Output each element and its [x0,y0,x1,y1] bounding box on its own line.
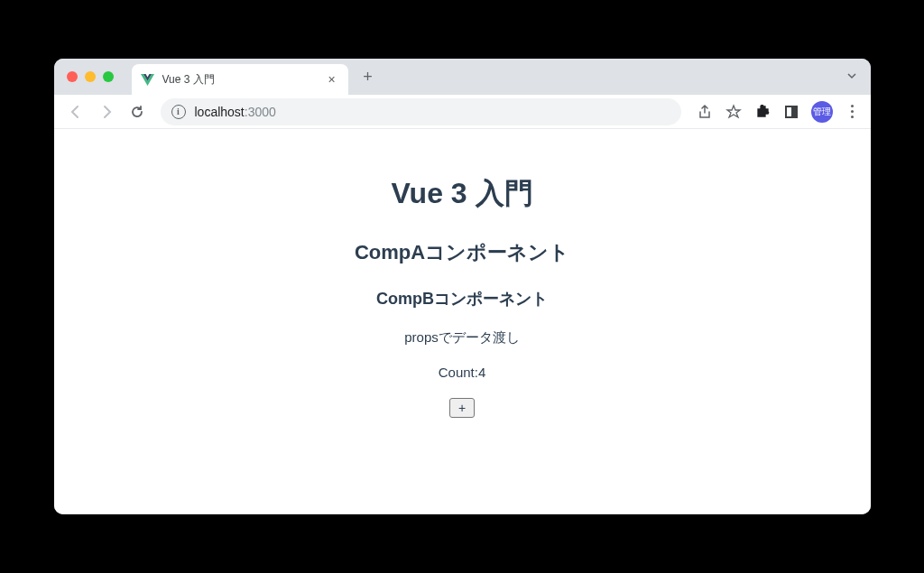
window-controls [67,71,114,82]
share-icon[interactable] [696,103,714,121]
comp-b-heading: CompBコンポーネント [376,288,548,310]
extensions-icon[interactable] [753,103,772,121]
tab-close-button[interactable]: × [325,72,339,87]
back-button[interactable] [63,99,88,125]
avatar-label: 管理 [813,106,831,118]
count-display: Count:4 [439,365,486,380]
browser-tab[interactable]: Vue 3 入門 × [132,64,348,95]
window-close-button[interactable] [67,71,78,82]
window-minimize-button[interactable] [85,71,96,82]
url-host: localhost [195,105,245,119]
sidepanel-icon[interactable] [782,103,800,121]
forward-button[interactable] [94,99,119,125]
url-text: localhost:3000 [195,105,276,119]
profile-avatar[interactable]: 管理 [811,101,833,123]
site-info-icon[interactable]: i [171,105,186,119]
props-text: propsでデータ渡し [404,329,520,347]
chevron-down-icon[interactable] [845,69,858,85]
browser-window: Vue 3 入門 × + i localhost:3000 [54,59,871,514]
bookmark-star-icon[interactable] [725,103,743,121]
url-port: :3000 [245,105,276,119]
tab-bar: Vue 3 入門 × + [54,59,871,95]
page-heading: Vue 3 入門 [391,174,532,214]
menu-button[interactable] [844,103,862,121]
tab-title: Vue 3 入門 [162,72,318,88]
window-maximize-button[interactable] [103,71,114,82]
browser-toolbar: i localhost:3000 管理 [54,95,871,129]
address-bar[interactable]: i localhost:3000 [161,98,681,125]
page-content: Vue 3 入門 CompAコンポーネント CompBコンポーネント props… [54,129,871,514]
toolbar-right: 管理 [696,101,862,123]
reload-button[interactable] [125,99,150,125]
vue-favicon-icon [141,72,155,87]
comp-a-heading: CompAコンポーネント [355,239,569,266]
new-tab-button[interactable]: + [356,64,381,89]
increment-button[interactable]: + [449,398,475,418]
